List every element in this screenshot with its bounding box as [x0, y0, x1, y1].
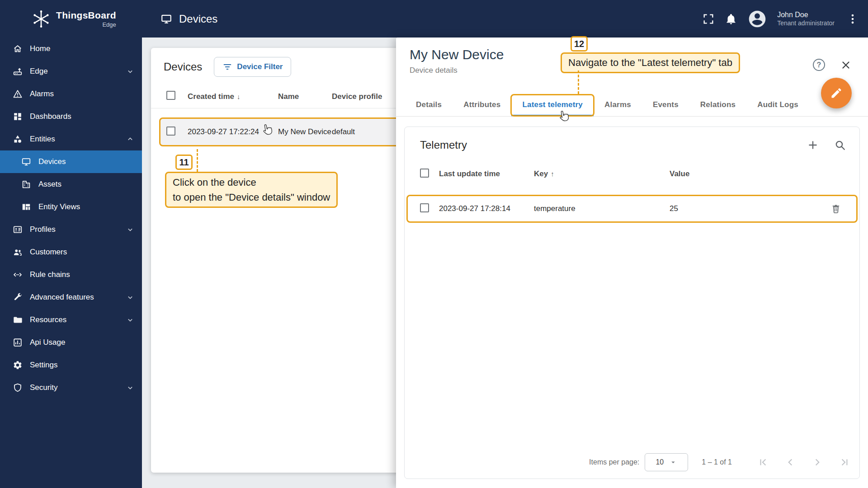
column-header-key[interactable]: Key↑ [534, 169, 670, 178]
sidebar-item-label: Entities [30, 135, 55, 144]
tab-attributes[interactable]: Attributes [453, 93, 511, 116]
chevron-down-icon [669, 458, 677, 466]
sidebar-item-label: Assets [38, 180, 61, 189]
sidebar-item-profiles[interactable]: Profiles [0, 218, 142, 241]
tab-latest-telemetry[interactable]: Latest telemetry [511, 93, 594, 116]
next-page-icon[interactable] [811, 456, 823, 468]
entities-icon [13, 134, 23, 144]
api-usage-icon [13, 338, 23, 347]
page-title: Devices [179, 13, 217, 25]
notifications-icon[interactable] [725, 13, 737, 25]
devices-icon [21, 157, 31, 167]
tab-events[interactable]: Events [642, 93, 689, 116]
telemetry-table-row[interactable]: 2023-09-27 17:28:14 temperature 25 [406, 195, 858, 223]
paginator-range: 1 – 1 of 1 [702, 458, 732, 466]
select-all-checkbox[interactable] [420, 169, 429, 178]
user-info: John Doe Tenant administrator [777, 10, 835, 28]
fullscreen-icon[interactable] [702, 13, 715, 25]
details-header-actions: ? [813, 59, 852, 71]
sidebar-item-home[interactable]: Home [0, 38, 142, 60]
help-icon[interactable]: ? [813, 59, 825, 71]
row-checkbox[interactable] [166, 127, 175, 136]
customers-icon [13, 247, 23, 257]
pager-buttons [757, 456, 850, 468]
sidebar-item-resources[interactable]: Resources [0, 309, 142, 331]
annotation-11-callout: Click on the device to open the "Device … [165, 172, 338, 208]
devices-card-header: Devices Device Filter [151, 48, 404, 80]
cell-value: 25 [670, 204, 825, 213]
annotation-11-connector [197, 149, 198, 172]
tab-relations[interactable]: Relations [689, 93, 746, 116]
sidebar-item-alarms[interactable]: Alarms [0, 83, 142, 105]
tab-audit-logs[interactable]: Audit Logs [746, 93, 809, 116]
search-icon[interactable] [834, 139, 846, 151]
cell-device-name: My New Device [278, 127, 332, 136]
sidebar-item-api-usage[interactable]: Api Usage [0, 331, 142, 354]
close-icon[interactable] [840, 59, 852, 71]
edit-fab-button[interactable] [821, 78, 852, 108]
annotation-11-number: 11 [175, 155, 193, 170]
alarms-icon [13, 89, 23, 99]
chevron-down-icon [126, 315, 135, 324]
first-page-icon[interactable] [757, 456, 769, 468]
device-table-row[interactable]: 2023-09-27 17:22:24 My New Device defaul… [159, 117, 401, 146]
items-per-page-select[interactable]: 10 [645, 453, 688, 471]
sidebar-item-label: Settings [30, 361, 57, 370]
sidebar-item-security[interactable]: Security [0, 376, 142, 399]
topbar-inner: Devices John Doe Tenant administrator [151, 0, 868, 38]
kebab-menu-icon[interactable] [846, 13, 859, 25]
rule-chains-icon [13, 270, 23, 280]
sidebar-item-label: Profiles [30, 225, 56, 234]
column-header-device-profile[interactable]: Device profile [332, 92, 404, 101]
telemetry-title: Telemetry [420, 139, 467, 151]
select-all-checkbox[interactable] [166, 91, 175, 100]
telemetry-card: Telemetry Last update time Key↑ Value [404, 127, 860, 479]
main-content: Devices Device Filter Created time↓ Name… [142, 38, 868, 488]
sidebar-item-advanced-features[interactable]: Advanced features [0, 286, 142, 309]
sidebar-item-label: Rule chains [30, 270, 70, 279]
items-per-page-value: 10 [656, 458, 664, 466]
device-filter-button[interactable]: Device Filter [214, 57, 291, 77]
telemetry-table-header: Last update time Key↑ Value [405, 164, 859, 184]
app-logo[interactable]: ThingsBoard Edge [0, 0, 142, 38]
sidebar-item-edge[interactable]: Edge [0, 60, 142, 83]
column-header-last-update-time[interactable]: Last update time [439, 169, 534, 178]
annotation-12-connector [578, 70, 579, 94]
page-title-group: Devices [160, 13, 217, 25]
sidebar-item-rule-chains[interactable]: Rule chains [0, 263, 142, 286]
home-icon [13, 44, 23, 54]
sidebar-item-label: Home [30, 44, 50, 53]
resources-icon [13, 315, 23, 325]
logo-title: ThingsBoard [56, 10, 116, 21]
cell-device-profile: default [332, 127, 400, 136]
sidebar-item-assets[interactable]: Assets [0, 173, 142, 196]
annotation-12-number: 12 [571, 36, 588, 52]
column-header-created-time[interactable]: Created time↓ [188, 92, 278, 101]
sidebar-item-label: Dashboards [30, 112, 71, 121]
avatar-icon[interactable] [747, 9, 767, 29]
sidebar-item-entity-views[interactable]: Entity Views [0, 196, 142, 218]
add-telemetry-icon[interactable] [807, 139, 819, 151]
sidebar-item-entities[interactable]: Entities [0, 128, 142, 150]
sidebar-nav: Home Edge Alarms Dashboards Entities Dev… [0, 38, 142, 399]
previous-page-icon[interactable] [784, 456, 796, 468]
sidebar-item-customers[interactable]: Customers [0, 241, 142, 263]
chevron-up-icon [126, 135, 135, 144]
user-role: Tenant administrator [777, 19, 835, 28]
devices-card-title: Devices [164, 61, 202, 73]
sidebar-item-label: Customers [30, 248, 67, 257]
telemetry-header: Telemetry [405, 127, 859, 158]
column-header-value[interactable]: Value [670, 169, 827, 178]
delete-telemetry-icon[interactable] [830, 203, 841, 214]
column-header-name[interactable]: Name [278, 92, 332, 101]
chevron-down-icon [126, 383, 135, 392]
tab-alarms[interactable]: Alarms [594, 93, 642, 116]
sidebar-item-label: Devices [38, 157, 66, 166]
sidebar-item-settings[interactable]: Settings [0, 354, 142, 376]
tab-details[interactable]: Details [405, 93, 453, 116]
sort-asc-icon: ↑ [551, 170, 554, 178]
sidebar-item-dashboards[interactable]: Dashboards [0, 105, 142, 128]
row-checkbox[interactable] [420, 203, 429, 212]
sidebar-item-devices[interactable]: Devices [0, 150, 142, 173]
last-page-icon[interactable] [839, 456, 850, 468]
